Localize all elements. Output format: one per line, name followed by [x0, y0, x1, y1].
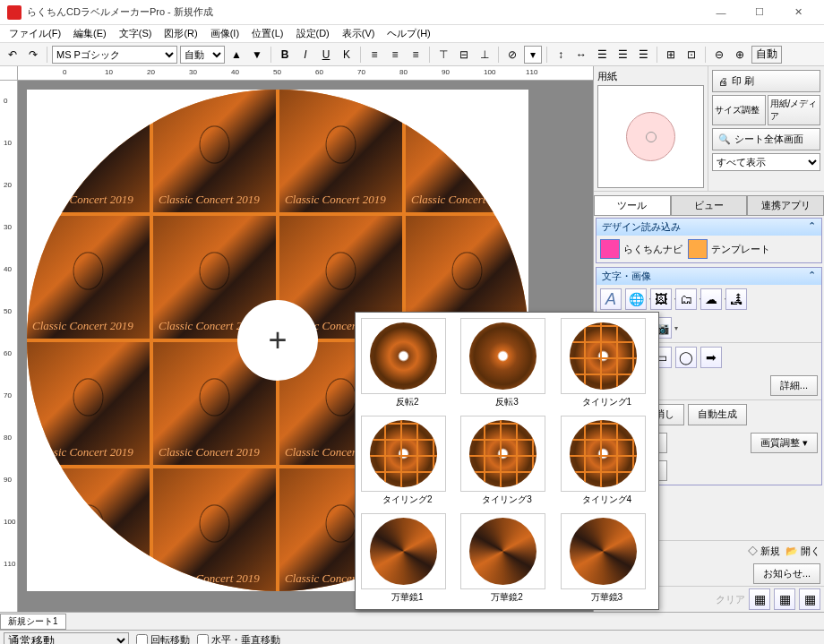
ruler-corner [0, 66, 18, 81]
layer3-icon[interactable]: ▦ [799, 588, 820, 610]
disc-center-hole: + [237, 300, 318, 381]
maximize-button[interactable]: ☐ [741, 2, 778, 23]
tile: Classic Concert 2019 [406, 90, 528, 212]
navi-button[interactable]: らくちんナビ [600, 239, 682, 259]
lines2-button[interactable]: ☰ [614, 46, 631, 64]
menubar: ファイル(F) 編集(E) 文字(S) 図形(R) 画像(I) 位置(L) 設定… [0, 25, 824, 43]
valign-middle-button[interactable]: ⊟ [455, 46, 473, 64]
close-button[interactable]: ✕ [779, 2, 817, 23]
open-button[interactable]: 開く [801, 545, 820, 556]
lines3-button[interactable]: ☰ [634, 46, 652, 64]
snap-button[interactable]: ⊡ [682, 46, 700, 64]
quality-button[interactable]: 画質調整 ▾ [751, 433, 818, 453]
paper-preview[interactable] [597, 85, 704, 188]
display-select[interactable]: すべて表示 [712, 153, 820, 171]
htext-button[interactable]: ↔ [572, 46, 590, 64]
autogen-button[interactable]: 自動生成 [688, 404, 747, 425]
sheet-full-button[interactable]: 🔍 シート全体画面 [712, 128, 820, 150]
valign-bottom-button[interactable]: ⊥ [476, 46, 494, 64]
zoom-in-button[interactable]: ⊕ [731, 46, 749, 64]
arrow-tool-icon[interactable]: ➡ [700, 347, 722, 368]
paper-media-button[interactable]: 用紙/メディア [768, 95, 821, 125]
gallery-tool-icon[interactable]: 🗂 [675, 288, 697, 310]
sheet-tab[interactable]: 新規シート1 [0, 614, 66, 630]
italic-button[interactable]: I [296, 46, 314, 64]
template-button[interactable]: テンプレート [688, 239, 770, 259]
paper-label: 用紙 [597, 70, 704, 83]
menu-view[interactable]: 表示(V) [337, 25, 381, 42]
color-button[interactable]: ▾ [524, 46, 542, 64]
tab-view[interactable]: ビュー [671, 195, 748, 215]
effect-item[interactable]: 万華鏡1 [361, 513, 453, 604]
align-center-button[interactable]: ≡ [386, 46, 404, 64]
grid-button[interactable]: ⊞ [662, 46, 680, 64]
window-title: らくちんCDラベルメーカーPro - 新規作成 [27, 5, 702, 19]
effect-popup: 反転2 反転3 タイリング1 タイリング2 タイリング3 タイリング4 万華鏡1… [355, 312, 659, 610]
size-down-button[interactable]: ▼ [248, 46, 266, 64]
undo-button[interactable]: ↶ [4, 46, 21, 64]
effect-item[interactable]: 反転3 [460, 318, 553, 408]
size-select[interactable]: 自動 [180, 46, 225, 64]
lines1-button[interactable]: ☰ [593, 46, 611, 64]
cloud-tool-icon[interactable]: ☁ [700, 288, 722, 310]
layer2-icon[interactable]: ▦ [774, 588, 795, 610]
landscape-tool-icon[interactable]: 🏞 [725, 288, 747, 310]
move-mode-select[interactable]: 通常移動 [4, 632, 129, 645]
detail-button[interactable]: 詳細... [770, 375, 818, 396]
effect-item[interactable]: 万華鏡2 [460, 513, 553, 604]
section-design-header[interactable]: デザイン読み込み⌃ [597, 219, 821, 236]
text-tool-icon[interactable]: A [600, 288, 622, 310]
notice-button[interactable]: お知らせ... [753, 563, 820, 584]
zoom-out-button[interactable]: ⊖ [710, 46, 728, 64]
menu-file[interactable]: ファイル(F) [4, 25, 66, 42]
menu-help[interactable]: ヘルプ(H) [382, 25, 435, 42]
print-button[interactable]: 🖨 印 刷 [712, 70, 820, 92]
strike-button[interactable]: K [338, 46, 356, 64]
layer1-icon[interactable]: ▦ [749, 588, 770, 610]
effect-item[interactable]: タイリング2 [361, 416, 453, 506]
tile: Classic Concert 2019 [27, 216, 150, 339]
effect-item[interactable]: タイリング1 [561, 318, 653, 408]
zoom-auto-button[interactable]: 自動 [751, 46, 782, 64]
size-adjust-button[interactable]: サイズ調整 [712, 95, 766, 125]
minimize-button[interactable]: — [702, 2, 740, 23]
image-tool-icon[interactable]: 🖼 [650, 288, 672, 310]
redo-button[interactable]: ↷ [24, 46, 42, 64]
effect-item[interactable]: 万華鏡3 [561, 513, 653, 604]
section-text-header[interactable]: 文字・画像⌃ [597, 268, 821, 285]
menu-image[interactable]: 画像(I) [205, 25, 245, 42]
globe-tool-icon[interactable]: 🌐 [625, 288, 647, 310]
tile: Classic Concert 2019 [27, 342, 150, 465]
app-icon [7, 5, 21, 20]
menu-text[interactable]: 文字(S) [114, 25, 158, 42]
size-up-button[interactable]: ▲ [227, 46, 245, 64]
menu-position[interactable]: 位置(L) [246, 25, 288, 42]
circle-tool-icon[interactable]: ◯ [675, 347, 697, 368]
bold-button[interactable]: B [276, 46, 294, 64]
tile: Classic Concert 2019 [279, 90, 402, 212]
clear-button[interactable]: クリア [716, 593, 745, 606]
link-button[interactable]: ⊘ [503, 46, 521, 64]
tile: Classic Concert 2019 [27, 90, 150, 212]
tab-app[interactable]: 連携アプリ [747, 195, 824, 215]
underline-button[interactable]: U [317, 46, 335, 64]
effect-item[interactable]: 反転2 [361, 318, 453, 408]
menu-settings[interactable]: 設定(D) [291, 25, 335, 42]
menu-shape[interactable]: 図形(R) [159, 25, 202, 42]
tile: Classic Concert 2019 [27, 468, 150, 591]
font-select[interactable]: MS Pゴシック [52, 46, 177, 64]
ruler-vertical: 0 10 20 30 40 50 60 70 80 90 100 110 [0, 81, 18, 612]
align-left-button[interactable]: ≡ [365, 46, 383, 64]
hv-move-check[interactable]: 水平・垂直移動 [197, 633, 280, 644]
vtext-button[interactable]: ↕ [552, 46, 570, 64]
new-button[interactable]: 新規 [760, 545, 780, 556]
tile: Classic Concert 2019 [153, 468, 276, 591]
valign-top-button[interactable]: ⊤ [434, 46, 452, 64]
effect-item[interactable]: タイリング4 [561, 416, 653, 506]
effect-item[interactable]: タイリング3 [460, 416, 553, 506]
rotate-move-check[interactable]: 回転移動 [136, 633, 190, 644]
align-right-button[interactable]: ≡ [407, 46, 425, 64]
menu-edit[interactable]: 編集(E) [68, 25, 112, 42]
tile: Classic Concert 2019 [153, 90, 276, 212]
tab-tool[interactable]: ツール [594, 195, 671, 215]
